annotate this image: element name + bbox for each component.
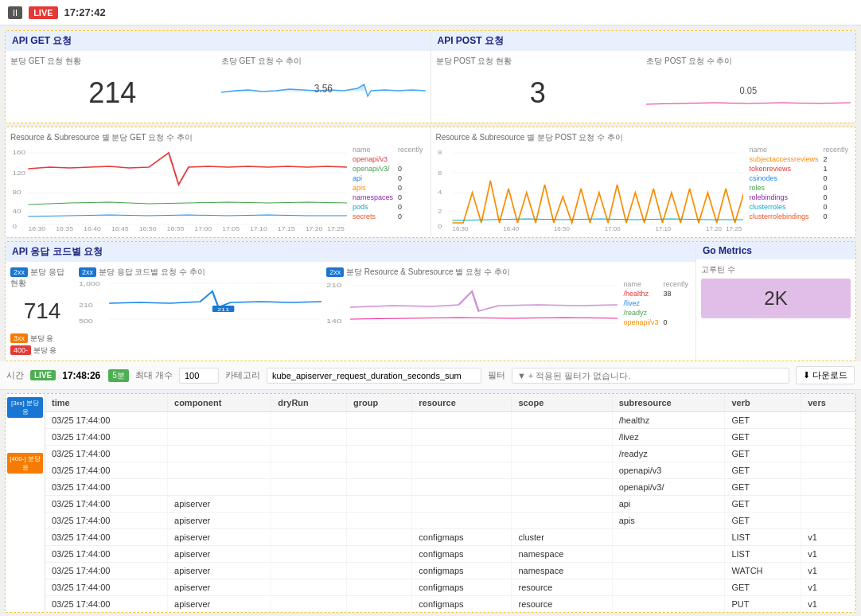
data-table-section: [3xx] 분당 응 [400-] 분당 응 time component dr… <box>5 393 856 613</box>
cell-verb: GET <box>725 479 801 496</box>
cell-group <box>347 496 412 513</box>
table-row[interactable]: 03/25 17:44:00apiserverconfigmapsnamespa… <box>45 563 855 579</box>
svg-text:3.56: 3.56 <box>314 82 332 95</box>
filter-label: 필터 <box>488 369 505 381</box>
main-content: API GET 요청 분당 GET 요청 현황 214 초당 GET 요청 수 … <box>0 25 861 616</box>
current-time: 17:27:42 <box>64 6 106 18</box>
cell-verb: GET <box>725 429 801 446</box>
cell-group <box>347 596 412 613</box>
download-button[interactable]: ⬇ 다운로드 <box>796 366 855 384</box>
api-post-title: API POST 요청 <box>431 31 856 51</box>
svg-text:17:10: 17:10 <box>250 226 267 232</box>
post-per-min-label: 분당 POST 요청 현황 <box>436 56 641 67</box>
resource-get-chart-area: 160 120 80 40 0 <box>10 145 426 232</box>
cell-dryrun <box>271 513 347 529</box>
table-row[interactable]: 03/25 17:44:00apiserverconfigmapscluster… <box>45 529 855 546</box>
svg-text:80: 80 <box>12 189 21 196</box>
cell-time: 03/25 17:44:00 <box>45 546 168 563</box>
cell-group <box>347 546 412 563</box>
cell-component: apiserver <box>168 546 271 563</box>
cell-resource: configmaps <box>412 529 512 546</box>
cell-group <box>347 462 412 479</box>
go-metrics-value: 2K <box>764 287 787 310</box>
cell-dryrun <box>271 546 347 563</box>
svg-text:17:10: 17:10 <box>655 225 671 232</box>
cell-subresource <box>612 579 725 596</box>
api-post-right: 초당 POST 요청 수 추이 0.05 <box>646 56 851 118</box>
cell-dryrun <box>271 563 347 579</box>
max-input[interactable] <box>179 368 219 384</box>
time-label: 시간 <box>6 369 24 381</box>
table-row[interactable]: 03/25 17:44:00openapi/v3/GET <box>45 479 855 496</box>
resource-post-chart-area: 8 6 4 2 0 16:30 <box>436 145 851 232</box>
col-subresource: subresource <box>612 394 725 412</box>
cell-subresource: openapi/v3/ <box>612 479 725 496</box>
cell-vers <box>801 513 855 529</box>
svg-text:17:15: 17:15 <box>278 226 295 232</box>
2xx-resource-legend: namerecently /healthz38 /livez /readyz o… <box>621 279 691 331</box>
cell-group <box>347 429 412 446</box>
table-row[interactable]: 03/25 17:44:00apiserverapiGET <box>45 496 855 513</box>
table-row[interactable]: 03/25 17:44:00apiserverconfigmapsresourc… <box>45 596 855 613</box>
cell-time: 03/25 17:44:00 <box>45 446 168 462</box>
badge-3xx: 3xx <box>10 333 28 343</box>
category-select[interactable]: kube_apiserver_request_duration_seconds_… <box>267 368 481 384</box>
filter-input[interactable] <box>512 368 789 384</box>
cell-verb: GET <box>725 513 801 529</box>
table-row[interactable]: 03/25 17:44:00/livezGET <box>45 429 855 446</box>
2xx-chart: 1,000 210 500 211 <box>79 279 321 327</box>
table-row[interactable]: 03/25 17:44:00/healthzGET <box>45 412 855 429</box>
resource-post-legend: namerecently subjectaccessreviews2 token… <box>746 145 851 221</box>
cell-vers <box>801 496 855 513</box>
api-response-title: API 응답 코드별 요청 <box>6 242 695 262</box>
table-row[interactable]: 03/25 17:44:00/readyzGET <box>45 446 855 462</box>
resource-row: Resource & Subresource 별 분당 GET 요청 수 추이 … <box>5 127 856 238</box>
svg-text:16:40: 16:40 <box>84 226 101 232</box>
table-row[interactable]: 03/25 17:44:00apiserverconfigmapsnamespa… <box>45 546 855 563</box>
2xx-chart-title: 2xx 분당 응답 코드별 요청 수 추이 <box>79 267 321 278</box>
table-scroll-area[interactable]: time component dryRun group resource sco… <box>45 394 855 612</box>
toolbar-live-badge: LIVE <box>30 370 56 380</box>
table-row[interactable]: 03/25 17:44:00apiserverconfigmapsresourc… <box>45 579 855 596</box>
resource-get-title: Resource & Subresource 별 분당 GET 요청 수 추이 <box>10 132 426 143</box>
resource-get-section: Resource & Subresource 별 분당 GET 요청 수 추이 … <box>6 127 430 237</box>
cell-resource: configmaps <box>412 596 512 613</box>
cell-subresource <box>612 529 725 546</box>
resource-post-section: Resource & Subresource 별 분당 POST 요청 수 추이… <box>430 127 856 237</box>
2xx-resource-area: 210 140 namerecently <box>326 279 691 331</box>
cell-resource: configmaps <box>412 563 512 579</box>
table-row[interactable]: 03/25 17:44:00openapi/v3GET <box>45 462 855 479</box>
cell-resource: configmaps <box>412 546 512 563</box>
pause-button[interactable]: II <box>8 6 22 19</box>
cell-vers <box>801 462 855 479</box>
cell-component: apiserver <box>168 529 271 546</box>
table-row[interactable]: 03/25 17:44:00apiserverapisGET <box>45 513 855 529</box>
cell-subresource: api <box>612 496 725 513</box>
cell-time: 03/25 17:44:00 <box>45 596 168 613</box>
per-min-label: 분당 GET 요청 현황 <box>10 56 215 67</box>
col-scope: scope <box>512 394 612 412</box>
max-label: 최대 개수 <box>135 369 173 381</box>
svg-text:120: 120 <box>12 170 25 177</box>
toolbar: 시간 LIVE 17:48:26 5분 최대 개수 카테고리 kube_apis… <box>0 361 861 390</box>
cell-component <box>168 429 271 446</box>
toolbar-interval: 5분 <box>108 369 129 382</box>
badge-2xx-2: 2xx <box>79 267 96 277</box>
svg-text:1,000: 1,000 <box>79 281 100 287</box>
svg-text:17:20: 17:20 <box>706 225 722 232</box>
2xx-chart-col: 2xx 분당 응답 코드별 요청 수 추이 1,000 210 500 <box>79 267 321 356</box>
cell-verb: LIST <box>725 529 801 546</box>
live-badge: LIVE <box>29 6 57 19</box>
svg-text:8: 8 <box>438 149 442 156</box>
cell-dryrun <box>271 496 347 513</box>
col-component: component <box>168 394 271 412</box>
col-dryrun: dryRun <box>271 394 347 412</box>
svg-text:160: 160 <box>12 149 25 156</box>
api-get-big-number: 214 <box>10 68 215 118</box>
cell-group <box>347 479 412 496</box>
cell-subresource: /readyz <box>612 446 725 462</box>
cell-vers: v1 <box>801 596 855 613</box>
cell-component <box>168 446 271 462</box>
cell-vers <box>801 412 855 429</box>
top-bar: II LIVE 17:27:42 <box>0 0 861 25</box>
